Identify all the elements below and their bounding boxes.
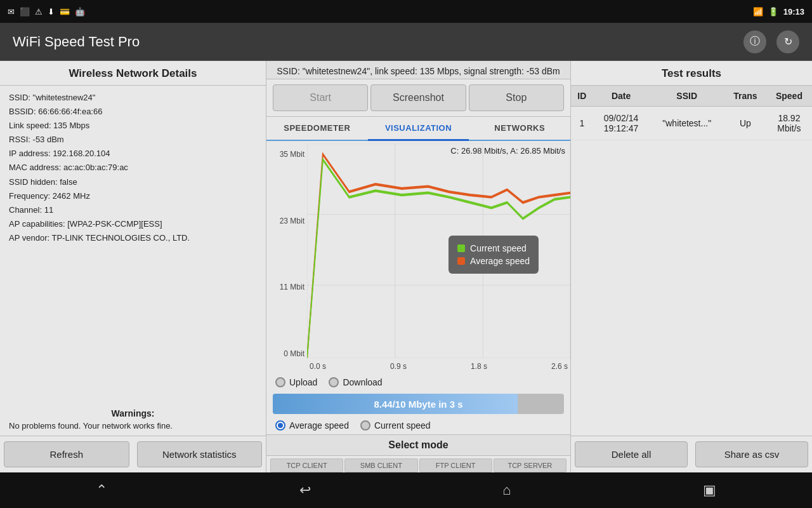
detail-ssid: SSID: "whitetestnew24"	[9, 91, 257, 105]
nav-back-icon[interactable]: ↩	[299, 482, 311, 498]
row-trans: Up	[724, 107, 766, 140]
right-buttons: Delete all Share as csv	[571, 436, 812, 472]
wifi-icon: 📶	[753, 7, 763, 17]
top-info-bar: SSID: "whitetestnew24", link speed: 135 …	[266, 61, 570, 79]
app-bar: WiFi Speed Test Pro ⓘ ↻	[0, 23, 812, 61]
mode-tab-tcp-client[interactable]: TCP CLIENT	[270, 458, 343, 472]
x-label-09: 0.9 s	[390, 362, 407, 371]
y-label-23: 23 Mbit	[269, 217, 304, 225]
action-buttons: Start Screenshot Stop	[266, 79, 570, 117]
detail-bssid: BSSID: 66:66:66:4f:ea:66	[9, 105, 257, 119]
robot-icon: 🤖	[75, 7, 85, 17]
detail-ip: IP address: 192.168.20.104	[9, 147, 257, 161]
col-date: Date	[593, 86, 650, 107]
results-table: ID Date SSID Trans Speed 1 09/02/1419:12…	[571, 86, 812, 140]
middle-panel: SSID: "whitetestnew24", link speed: 135 …	[266, 61, 571, 472]
upload-radio-item: Upload	[275, 377, 317, 387]
status-icons: ✉ ⬛ ⚠ ⬇ 💳 🤖	[8, 7, 85, 17]
upload-label: Upload	[289, 377, 317, 387]
network-details: SSID: "whitetestnew24" BSSID: 66:66:66:4…	[0, 86, 266, 404]
message-icon: ✉	[8, 7, 15, 17]
right-spacer	[571, 140, 812, 436]
results-title: Test results	[571, 61, 812, 86]
tab-networks[interactable]: NETWORKS	[469, 117, 570, 140]
warnings-text: No problems found. Your network works fi…	[9, 421, 257, 431]
status-bar: ✉ ⬛ ⚠ ⬇ 💳 🤖 📶 🔋 19:13	[0, 0, 812, 23]
nav-recent-icon[interactable]: ▣	[703, 482, 716, 498]
chart-y-labels: 35 Mbit 23 Mbit 11 Mbit 0 Mbit	[266, 144, 307, 373]
info-button[interactable]: ⓘ	[743, 30, 766, 53]
detail-freq: Frequency: 2462 MHz	[9, 189, 257, 203]
share-csv-button[interactable]: Share as csv	[695, 441, 808, 467]
download-radio-item: Download	[329, 377, 382, 387]
mode-tabs: TCP CLIENT SMB CLIENT FTP CLIENT TCP SER…	[266, 456, 570, 472]
avg-speed-radio-item: Average speed	[275, 420, 349, 431]
col-trans: Trans	[724, 86, 766, 107]
wallet-icon: 💳	[60, 7, 70, 17]
warnings-title: Warnings:	[9, 408, 257, 418]
y-label-0: 0 Mbit	[269, 349, 304, 358]
detail-capabilities: AP capabilities: [WPA2-PSK-CCMP][ESS]	[9, 217, 257, 231]
left-buttons: Refresh Network statistics	[0, 436, 266, 472]
screen-icon: ⬛	[20, 7, 30, 17]
upload-radio[interactable]	[275, 377, 285, 387]
app-title: WiFi Speed Test Pro	[13, 34, 140, 50]
col-id: ID	[571, 86, 593, 107]
legend-tooltip: Current speed Average speed	[449, 236, 539, 274]
cur-speed-radio[interactable]	[360, 420, 370, 431]
detail-link-speed: Link speed: 135 Mbps	[9, 119, 257, 133]
download-radio[interactable]	[329, 377, 339, 387]
col-ssid: SSID	[649, 86, 724, 107]
stop-button[interactable]: Stop	[469, 84, 564, 111]
row-speed: 18.92Mbit/s	[766, 107, 812, 140]
avg-speed-label: Average speed	[289, 420, 349, 431]
app-bar-icons: ⓘ ↻	[743, 30, 799, 53]
battery-icon: 🔋	[768, 7, 778, 17]
row-ssid: "whitetest..."	[649, 107, 724, 140]
chart-area: 35 Mbit 23 Mbit 11 Mbit 0 Mbit C: 26.98 …	[266, 141, 570, 373]
detail-mac: MAC address: ac:ac:0b:ac:79:ac	[9, 161, 257, 175]
screenshot-button[interactable]: Screenshot	[370, 84, 466, 111]
detail-channel: Channel: 11	[9, 203, 257, 217]
download-icon: ⬇	[48, 7, 55, 17]
nav-bar: ⌃ ↩ ⌂ ▣	[0, 472, 812, 508]
status-right: 📶 🔋 19:13	[753, 7, 804, 17]
legend-average-label: Average speed	[470, 256, 530, 266]
delete-all-button[interactable]: Delete all	[575, 441, 688, 467]
refresh-button[interactable]: Refresh	[4, 441, 129, 467]
nav-up-icon[interactable]: ⌃	[96, 482, 107, 498]
tab-visualization[interactable]: VISUALIZATION	[368, 117, 469, 141]
y-label-35: 35 Mbit	[269, 150, 304, 159]
mode-tab-smb-client[interactable]: SMB CLIENT	[344, 458, 417, 472]
refresh-app-button[interactable]: ↻	[776, 30, 799, 53]
progress-bar-text: 8.44/10 Mbyte in 3 s	[273, 394, 564, 414]
warnings-section: Warnings: No problems found. Your networ…	[0, 404, 266, 436]
mode-tab-tcp-server[interactable]: TCP SERVER	[494, 458, 566, 472]
cur-speed-label: Current speed	[374, 420, 431, 431]
main-content: Wireless Network Details SSID: "whitetes…	[0, 61, 812, 472]
col-speed: Speed	[766, 86, 812, 107]
network-stats-button[interactable]: Network statistics	[137, 441, 263, 467]
x-label-26: 2.6 s	[551, 362, 568, 371]
left-panel-title: Wireless Network Details	[0, 61, 266, 86]
download-label: Download	[343, 377, 382, 387]
start-button[interactable]: Start	[273, 84, 368, 111]
chart-x-labels: 0.0 s 0.9 s 1.8 s 2.6 s	[307, 361, 570, 371]
x-label-0: 0.0 s	[310, 362, 326, 371]
nav-home-icon[interactable]: ⌂	[502, 482, 511, 498]
speed-selector: Average speed Current speed	[266, 417, 570, 434]
cur-speed-radio-item: Current speed	[360, 420, 431, 431]
progress-bar-wrap: 8.44/10 Mbyte in 3 s	[273, 394, 564, 414]
x-label-18: 1.8 s	[471, 362, 487, 371]
avg-speed-radio[interactable]	[275, 420, 285, 431]
chart-container: C: 26.98 Mbit/s, A: 26.85 Mbit/s	[307, 144, 570, 373]
right-panel: Test results ID Date SSID Trans Speed 1 …	[571, 61, 812, 472]
y-label-11: 11 Mbit	[269, 283, 304, 291]
clock: 19:13	[783, 7, 804, 17]
chart-speed-label: C: 26.98 Mbit/s, A: 26.85 Mbit/s	[450, 146, 565, 156]
detail-hidden: SSID hidden: false	[9, 175, 257, 189]
left-panel: Wireless Network Details SSID: "whitetes…	[0, 61, 266, 472]
mode-tab-ftp-client[interactable]: FTP CLIENT	[419, 458, 492, 472]
tab-speedometer[interactable]: SPEEDOMETER	[266, 117, 368, 140]
row-date: 09/02/1419:12:47	[593, 107, 650, 140]
